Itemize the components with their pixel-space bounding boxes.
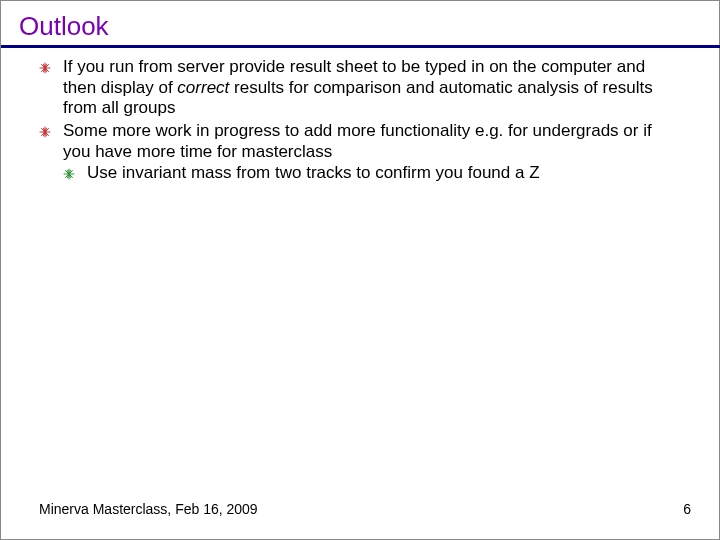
bullet-text: Some more work in progress to add more f…	[63, 121, 652, 161]
svg-point-13	[44, 131, 47, 134]
page-number: 6	[683, 501, 691, 517]
burst-icon	[63, 168, 75, 180]
burst-icon	[39, 62, 51, 74]
svg-point-20	[68, 172, 71, 175]
text-emphasis: correct	[177, 78, 229, 97]
title-underline	[1, 45, 720, 48]
list-item: If you run from server provide result sh…	[39, 57, 681, 119]
footer-left: Minerva Masterclass, Feb 16, 2009	[39, 501, 258, 517]
list-item: Use invariant mass from two tracks to co…	[63, 163, 681, 184]
list-item: Some more work in progress to add more f…	[39, 121, 681, 183]
slide: Outlook If you run from server provide r…	[0, 0, 720, 540]
svg-point-6	[44, 67, 47, 70]
burst-icon	[39, 126, 51, 138]
content-area: If you run from server provide result sh…	[39, 57, 681, 185]
bullet-text: Use invariant mass from two tracks to co…	[87, 163, 540, 182]
slide-title: Outlook	[19, 11, 109, 42]
bullet-text: If you run from server provide result sh…	[63, 57, 653, 117]
